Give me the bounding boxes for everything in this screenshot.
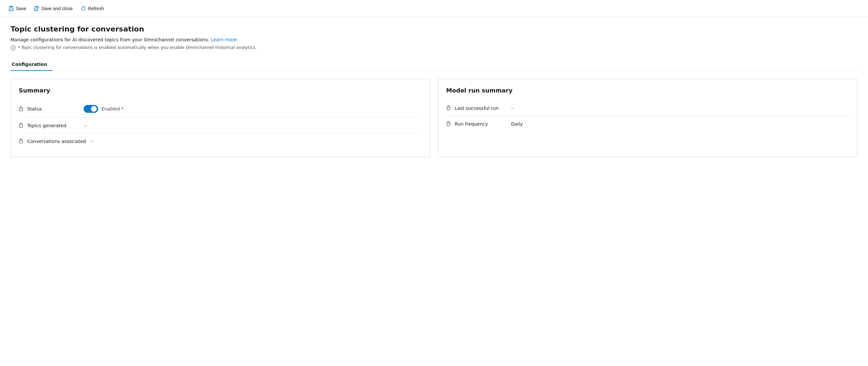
status-toggle[interactable] bbox=[84, 105, 98, 113]
status-toggle-container: Enabled * bbox=[84, 105, 124, 113]
topics-generated-field-row: Topics generated -- bbox=[19, 118, 422, 133]
save-close-button[interactable]: Save and close bbox=[31, 4, 76, 13]
conversations-associated-field-row: Conversations associated -- bbox=[19, 133, 422, 149]
svg-rect-5 bbox=[35, 8, 37, 10]
info-icon: i bbox=[10, 45, 16, 51]
run-frequency-label: Run frequency bbox=[455, 121, 507, 127]
conversations-associated-label: Conversations associated bbox=[27, 139, 86, 144]
cards-container: Summary Status Enabled * bbox=[10, 79, 858, 157]
page-description: Manage configurations for AI discovered … bbox=[10, 37, 858, 42]
last-run-lock-icon bbox=[446, 105, 451, 111]
last-run-field-row: Last successful run -- bbox=[446, 100, 849, 116]
toggle-track bbox=[84, 105, 98, 113]
tabs: Configuration bbox=[10, 58, 858, 71]
svg-rect-2 bbox=[9, 9, 13, 10]
page-description-text: Manage configurations for AI discovered … bbox=[10, 37, 209, 42]
svg-rect-9 bbox=[19, 108, 23, 111]
refresh-button[interactable]: Refresh bbox=[78, 4, 107, 13]
page-title: Topic clustering for conversation bbox=[10, 25, 858, 33]
last-run-value: -- bbox=[511, 105, 515, 111]
save-close-button-label: Save and close bbox=[41, 6, 73, 11]
toolbar: Save Save and close Refresh bbox=[0, 0, 868, 17]
main-content: Topic clustering for conversation Manage… bbox=[0, 17, 868, 165]
topics-generated-value: -- bbox=[84, 123, 87, 128]
run-frequency-value: Daily bbox=[511, 121, 523, 127]
save-button-label: Save bbox=[16, 6, 26, 11]
info-note-text: * Topic clustering for conversations is … bbox=[18, 45, 256, 50]
run-frequency-field-row: Run frequency Daily bbox=[446, 116, 849, 131]
run-frequency-lock-icon bbox=[446, 121, 451, 127]
save-button[interactable]: Save bbox=[5, 4, 30, 13]
conversations-lock-icon bbox=[19, 138, 23, 144]
model-run-card: Model run summary Last successful run -- bbox=[438, 79, 858, 157]
learn-more-link[interactable]: Learn more bbox=[211, 37, 237, 42]
refresh-icon bbox=[81, 6, 86, 11]
last-run-label: Last successful run bbox=[455, 105, 507, 111]
topics-generated-label: Topics generated bbox=[27, 123, 80, 128]
summary-card-title: Summary bbox=[19, 87, 422, 94]
svg-rect-1 bbox=[10, 6, 12, 7]
svg-rect-10 bbox=[19, 125, 23, 127]
summary-card: Summary Status Enabled * bbox=[10, 79, 430, 157]
info-note: i * Topic clustering for conversations i… bbox=[10, 45, 858, 51]
status-lock-icon bbox=[19, 106, 23, 112]
svg-rect-11 bbox=[19, 140, 23, 143]
conversations-associated-value: -- bbox=[90, 139, 93, 144]
refresh-button-label: Refresh bbox=[88, 6, 104, 11]
topics-lock-icon bbox=[19, 122, 23, 128]
status-toggle-label: Enabled * bbox=[101, 106, 124, 112]
tab-configuration[interactable]: Configuration bbox=[10, 58, 53, 71]
svg-rect-12 bbox=[447, 107, 450, 110]
toggle-thumb bbox=[91, 106, 97, 112]
status-label: Status bbox=[27, 106, 80, 112]
model-run-card-title: Model run summary bbox=[446, 87, 849, 94]
status-field-row: Status Enabled * bbox=[19, 100, 422, 118]
save-close-icon bbox=[34, 6, 39, 11]
save-icon bbox=[8, 6, 14, 11]
svg-rect-13 bbox=[447, 123, 450, 126]
